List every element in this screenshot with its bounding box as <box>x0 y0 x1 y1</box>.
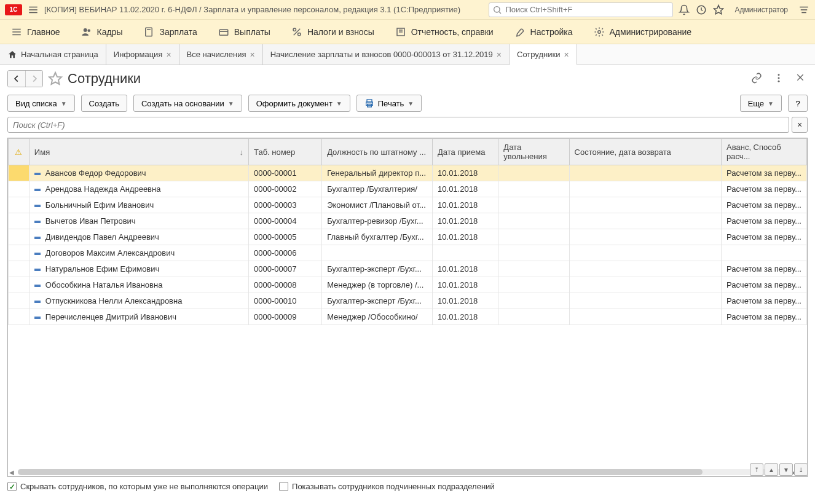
user-label[interactable]: Администратор <box>730 6 793 14</box>
col-number[interactable]: Таб. номер <box>249 139 322 165</box>
warning-icon: ⚠ <box>15 148 22 157</box>
table-row[interactable]: Больничный Ефим Иванович 0000-00003 Экон… <box>9 197 807 213</box>
close-icon[interactable]: × <box>497 50 502 60</box>
menu-toggle-icon[interactable] <box>27 4 39 16</box>
nav-item-payments[interactable]: Выплаты <box>213 24 275 40</box>
caret-down-icon: ▼ <box>408 100 414 107</box>
print-button[interactable]: Печать▼ <box>356 95 422 112</box>
create-based-button[interactable]: Создать на основании▼ <box>133 95 242 112</box>
hide-inactive-checkbox[interactable]: Скрывать сотрудников, по которым уже не … <box>7 482 268 491</box>
favorite-star-icon[interactable] <box>48 71 63 86</box>
nav-item-settings[interactable]: Настройка <box>510 24 578 40</box>
app-logo: 1C <box>5 4 22 15</box>
row-marker-icon <box>34 253 41 255</box>
more-vertical-icon[interactable] <box>773 73 785 85</box>
global-search-input[interactable] <box>489 2 673 17</box>
horizontal-scrollbar[interactable]: ◀ ▶ <box>8 468 797 476</box>
nav-item-main[interactable]: Главное <box>6 24 65 40</box>
row-marker-icon <box>34 237 41 239</box>
svg-point-22 <box>297 33 301 36</box>
calculator-icon <box>143 26 154 37</box>
history-icon[interactable] <box>695 4 707 16</box>
tab-label: Все начисления <box>187 50 246 59</box>
back-button[interactable] <box>8 71 25 87</box>
table-row[interactable]: Арендова Надежда Андреевна 0000-00002 Бу… <box>9 181 807 197</box>
caret-down-icon: ▼ <box>336 100 342 107</box>
nav-label: Отчетность, справки <box>411 27 494 37</box>
filter-clear-button[interactable]: × <box>792 117 808 133</box>
nav-label: Настройка <box>530 27 573 37</box>
percent-icon <box>291 26 302 37</box>
svg-rect-18 <box>219 30 228 35</box>
col-position[interactable]: Должность по штатному ... <box>322 139 433 165</box>
scroll-left-icon[interactable]: ◀ <box>8 469 15 476</box>
svg-point-26 <box>597 30 600 33</box>
link-icon[interactable] <box>751 73 763 85</box>
nav-item-admin[interactable]: Администрирование <box>589 24 697 40</box>
wrench-icon <box>514 26 526 37</box>
goto-bottom-button[interactable]: ⤓ <box>794 463 808 476</box>
tab-home[interactable]: Начальная страница <box>0 44 106 65</box>
close-icon[interactable]: × <box>564 50 569 60</box>
col-fire-date[interactable]: Дата увольнения <box>498 139 569 165</box>
nav-item-personnel[interactable]: Кадры <box>76 24 128 40</box>
table-row[interactable]: Авансов Федор Федорович 0000-00001 Генер… <box>9 165 807 181</box>
tab-info[interactable]: Информация × <box>106 44 179 65</box>
col-name[interactable]: Имя↓ <box>29 139 248 165</box>
tab-all-accruals[interactable]: Все начисления × <box>179 44 263 65</box>
forward-button[interactable] <box>25 71 42 87</box>
table-row[interactable]: Вычетов Иван Петрович 0000-00004 Бухгалт… <box>9 213 807 229</box>
close-page-icon[interactable] <box>795 73 808 85</box>
checkbox-label: Скрывать сотрудников, по которым уже не … <box>20 482 268 491</box>
caret-down-icon: ▼ <box>228 100 234 107</box>
svg-point-28 <box>778 74 780 76</box>
table-row[interactable]: Обособкина Наталья Ивановна 0000-00008 М… <box>9 277 807 293</box>
col-state[interactable]: Состояние, дата возврата <box>569 139 721 165</box>
col-warning[interactable]: ⚠ <box>9 139 30 165</box>
help-button[interactable]: ? <box>788 95 808 112</box>
more-button[interactable]: Еще▼ <box>740 95 782 112</box>
goto-down-button[interactable]: ▼ <box>779 463 793 476</box>
view-list-button[interactable]: Вид списка▼ <box>7 95 75 112</box>
close-icon[interactable]: × <box>166 50 171 60</box>
table-row[interactable]: Натуральнов Ефим Ефимович 0000-00007 Бух… <box>9 261 807 277</box>
table-row[interactable]: Договоров Максим Александрович 0000-0000… <box>9 245 807 261</box>
nav-item-reports[interactable]: Отчетность, справки <box>390 24 498 40</box>
table-row[interactable]: Перечисленцев Дмитрий Иванович 0000-0000… <box>9 309 807 325</box>
col-hire-date[interactable]: Дата приема <box>433 139 498 165</box>
filter-input[interactable] <box>7 117 789 133</box>
nav-label: Администрирование <box>610 27 692 37</box>
show-subordinate-checkbox[interactable]: Показывать сотрудников подчиненных подра… <box>279 482 495 491</box>
tab-label: Сотрудники <box>517 50 560 59</box>
tab-employees[interactable]: Сотрудники × <box>510 44 577 65</box>
col-advance[interactable]: Аванс, Способ расч... <box>722 139 807 165</box>
close-icon[interactable]: × <box>250 50 255 60</box>
footer: Скрывать сотрудников, по которым уже не … <box>0 477 815 496</box>
sort-down-icon: ↓ <box>240 148 244 157</box>
bell-icon[interactable] <box>678 4 690 16</box>
table-row[interactable]: Отпускникова Нелли Александровна 0000-00… <box>9 293 807 309</box>
row-marker-icon <box>34 317 41 319</box>
nav-label: Налоги и взносы <box>307 27 374 37</box>
svg-point-29 <box>778 77 780 79</box>
goto-up-button[interactable]: ▲ <box>765 463 778 476</box>
make-document-button[interactable]: Оформить документ▼ <box>248 95 350 112</box>
gear-icon <box>594 26 605 37</box>
settings-panel-icon[interactable] <box>798 4 810 16</box>
svg-point-21 <box>293 28 296 31</box>
home-icon <box>7 50 17 60</box>
star-icon[interactable] <box>712 4 725 16</box>
create-button[interactable]: Создать <box>81 95 127 112</box>
table-row[interactable]: Дивидендов Павел Андреевич 0000-00005 Гл… <box>9 229 807 245</box>
row-marker-icon <box>34 269 41 271</box>
goto-top-button[interactable]: ⤒ <box>750 463 763 476</box>
nav-label: Главное <box>27 27 60 37</box>
tab-accrual-doc[interactable]: Начисление зарплаты и взносов 0000-00001… <box>263 44 510 65</box>
row-marker-icon <box>34 285 41 287</box>
nav-item-salary[interactable]: Зарплата <box>138 24 202 40</box>
tab-label: Начальная страница <box>21 50 98 59</box>
svg-marker-27 <box>49 73 61 84</box>
caret-down-icon: ▼ <box>61 100 67 107</box>
nav-item-taxes[interactable]: Налоги и взносы <box>286 24 379 40</box>
search-icon <box>492 5 502 15</box>
